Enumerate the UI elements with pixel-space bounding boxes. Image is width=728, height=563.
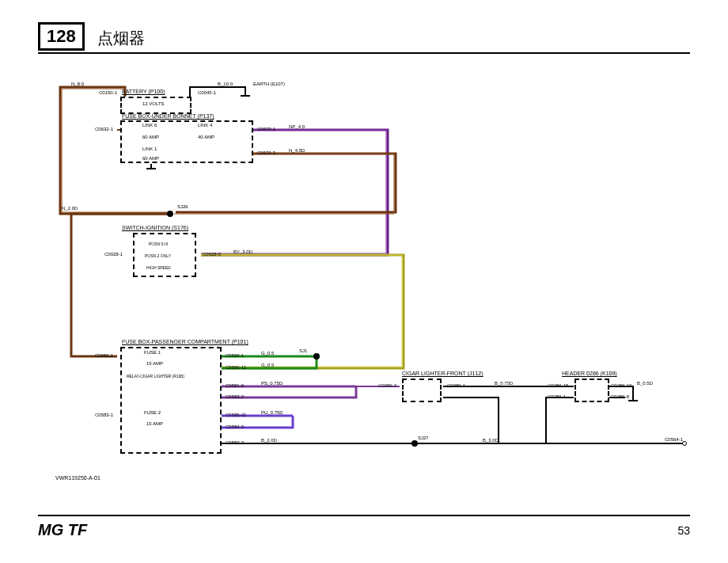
link4-label: LINK 4 xyxy=(198,123,212,127)
pin-c0564-1: C0564-1 xyxy=(665,437,683,442)
ground-icon xyxy=(628,396,638,404)
pin-c0584-3: C0584-3 xyxy=(226,424,244,429)
splice-sj27 xyxy=(411,440,418,447)
pin-c0089-1: C0089-1 xyxy=(447,383,465,388)
sj27-label: SJ27 xyxy=(418,436,429,440)
splice-sj1 xyxy=(313,353,320,359)
fuse-box-passenger-label: FUSE BOX-PASSENGER COMPARTMENT (P101) xyxy=(122,339,248,344)
ignition-desc: HIGH SPEED xyxy=(146,265,171,270)
fuse1-rating: 15 AMP xyxy=(146,361,163,366)
wire-b05d: B_0.5D xyxy=(637,381,653,386)
pin-c0570-1: C0570-1 xyxy=(257,127,275,131)
pin-c0581-9: C0581-9 xyxy=(226,383,244,388)
fuse2-label: FUSE 2 xyxy=(144,410,161,415)
pin-c0585-21: C0585-21 xyxy=(226,413,246,417)
link6-label: LINK 6 xyxy=(142,123,157,127)
wire-n80: N_8.0 xyxy=(71,82,84,86)
wire-ps075d: PS_0.75D xyxy=(261,381,282,386)
ignition-note: POSN 2 ONLY xyxy=(145,253,171,258)
ground-icon xyxy=(241,91,250,99)
wire-pu075d: PU_0.75D xyxy=(261,410,283,415)
fuse1-label: FUSE 1 xyxy=(144,350,161,355)
link6-rating: 60 AMP xyxy=(142,135,159,139)
drawing-number: VWR119250-A-01 xyxy=(55,475,100,481)
sj26-label: SJ26 xyxy=(177,204,188,209)
wire-n20d: N_2.0D xyxy=(62,206,78,211)
pin-c0028-5: C0028-5 xyxy=(203,252,221,257)
diagram-number-box: 128 xyxy=(38,22,85,51)
pin-c0028-1: C0028-1 xyxy=(104,252,123,257)
page-footer: MG TF 53 xyxy=(38,515,690,539)
wire-g05a: G_0.5 xyxy=(261,351,274,356)
wire-g05b: G_0.5 xyxy=(261,363,274,367)
header-0286-label: HEADER 0286 (K109) xyxy=(562,371,617,376)
wiring-diagram: BATTERY (P100) 12 VOLTS FUSE BOX-UNDER B… xyxy=(55,79,688,491)
wire-b20d: B_2.0D xyxy=(261,438,277,443)
wire-n45d: N_4.5D xyxy=(289,148,305,153)
pin-c0590-11: C0590-11 xyxy=(226,365,246,370)
pin-c0286-10: C0286-10 xyxy=(611,383,631,388)
pin-c0583-1: C0583-1 xyxy=(95,413,113,417)
wire-np40: NP_4.0 xyxy=(289,124,305,129)
fuse-box-bonnet-label: FUSE BOX-UNDER BONNET (P137) xyxy=(122,113,214,119)
wire-b30d: B_3.0D xyxy=(483,438,499,443)
component-fuse-box-passenger xyxy=(120,347,222,454)
battery-rating: 12 VOLTS xyxy=(142,101,165,106)
ground-icon xyxy=(146,164,156,172)
link1-rating: 60 AMP xyxy=(142,156,159,161)
footer-page-number: 53 xyxy=(677,524,690,537)
sj1-label: SJ1 xyxy=(299,348,307,353)
footer-model: MG TF xyxy=(38,521,87,538)
cigar-lighter-label: CIGAR LIGHTER-FRONT (J112) xyxy=(402,371,483,376)
pin-c0632-1: C0632-1 xyxy=(95,127,113,131)
battery-label: BATTERY (P100) xyxy=(122,89,165,94)
component-fuse-box-bonnet xyxy=(120,120,253,163)
splice-sj26 xyxy=(167,211,173,217)
ignition-label: SWITCH-IGNITION (S176) xyxy=(122,225,188,230)
fuse2-rating: 15 AMP xyxy=(146,421,163,426)
pin-c0150-1: C0150-1 xyxy=(99,90,117,95)
pin-c0286-8: C0286-8 xyxy=(611,394,629,399)
pin-c0570-3: C0570-3 xyxy=(257,150,275,155)
pin-c0089-2: C0089-2 xyxy=(378,383,396,388)
link4-rating: 40 AMP xyxy=(198,135,214,139)
pin-c0045-1: C0045-1 xyxy=(198,90,216,95)
diagram-title: 点烟器 xyxy=(97,28,145,51)
wire-earth: EARTH (E107) xyxy=(253,82,285,86)
wire-by30d: BY_3.0D xyxy=(233,249,252,254)
wire-b100: B_10.0 xyxy=(218,82,233,86)
pin-c0586-1: C0586-1 xyxy=(95,353,113,358)
page-header: 128 点烟器 xyxy=(38,22,690,54)
link1-label: LINK 1 xyxy=(142,146,157,151)
pin-c0286-15: C0286-15 xyxy=(548,383,568,388)
ignition-pos: POSN 0-III xyxy=(149,242,168,246)
pin-c0590-1: C0590-1 xyxy=(226,353,244,358)
component-cigar-lighter xyxy=(402,379,442,402)
component-header-0286 xyxy=(574,379,609,402)
pin-c0583-2: C0583-2 xyxy=(226,394,244,399)
relay-label: RELAY-CIGAR LIGHTER (R138) xyxy=(127,374,184,379)
pin-c0286-1: C0286-1 xyxy=(548,394,566,399)
pin-c0583-3: C0583-3 xyxy=(226,440,244,445)
wire-b075d: B_0.75D xyxy=(495,381,513,386)
